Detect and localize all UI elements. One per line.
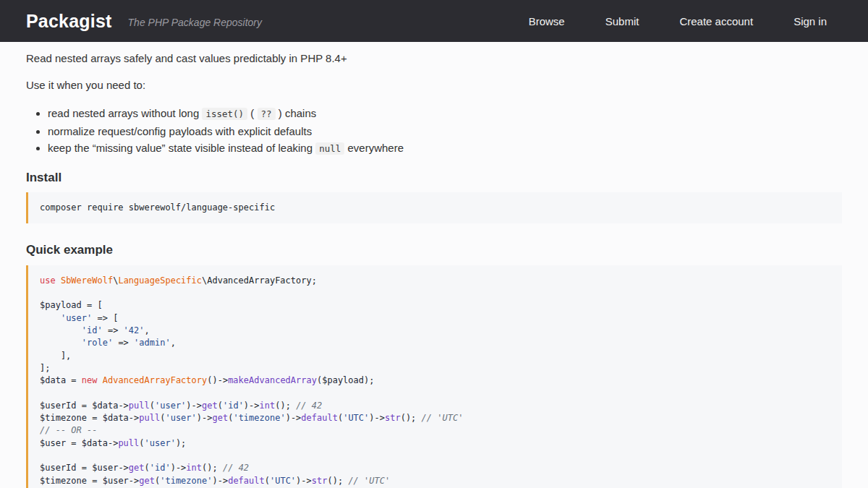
use-case-list: read nested arrays without long isset() … — [26, 105, 842, 158]
list-item: normalize request/config payloads with e… — [48, 123, 842, 140]
top-navbar: Packagist The PHP Package Repository Bro… — [0, 0, 868, 42]
package-summary: Read nested arrays safely and cast value… — [26, 52, 842, 65]
nav-browse[interactable]: Browse — [529, 15, 565, 27]
package-readme: Read nested arrays safely and cast value… — [0, 52, 868, 488]
list-item: keep the “missing value” state visible i… — [48, 140, 842, 158]
quick-example-heading: Quick example — [26, 243, 842, 257]
example-code-block: use SbWereWolf\LanguageSpecific\Advanced… — [26, 265, 842, 488]
nav-submit[interactable]: Submit — [605, 15, 639, 27]
install-code-block: composer require sbwerewolf/language-spe… — [26, 192, 842, 223]
use-when-text: Use it when you need to: — [26, 79, 842, 92]
nav-create-account[interactable]: Create account — [679, 15, 753, 27]
nav-sign-in[interactable]: Sign in — [793, 15, 827, 27]
install-heading: Install — [26, 171, 842, 185]
list-item: read nested arrays without long isset() … — [48, 105, 842, 123]
packagist-logo[interactable]: Packagist — [26, 11, 112, 32]
site-tagline: The PHP Package Repository — [128, 17, 262, 28]
main-nav: Browse Submit Create account Sign in — [488, 15, 842, 27]
